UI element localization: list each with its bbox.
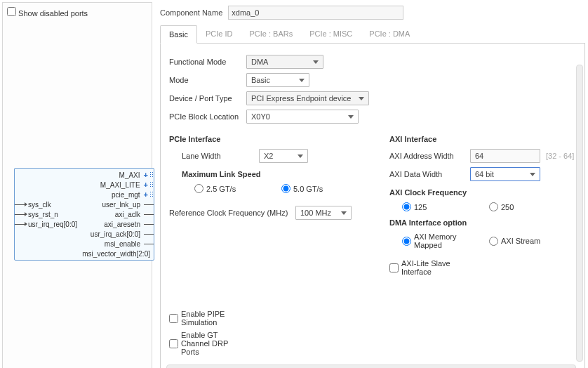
dma-mm-radio[interactable] [402, 237, 411, 246]
component-name-input[interactable] [228, 6, 403, 20]
port-axi-aclk: axi_aclk [113, 211, 142, 218]
show-disabled-ports-input[interactable] [7, 7, 16, 16]
tab-pcie-bars[interactable]: PCIe : BARs [241, 25, 301, 43]
port-usr-irq-ack: usr_irq_ack[0:0] [88, 230, 142, 238]
port-pcie-mgt: pcie_mgt [109, 191, 142, 199]
pin-in-icon [15, 204, 25, 205]
component-name-label: Component Name [160, 8, 222, 17]
bus-expand-icon[interactable]: + [144, 171, 148, 179]
pcie-block-location-value: X0Y0 [251, 112, 270, 121]
port-msi-vector-width: msi_vector_width[2:0] [80, 250, 152, 258]
device-port-type-select[interactable]: PCI Express Endpoint device [246, 91, 369, 105]
port-m-axi: M_AXI [117, 171, 142, 179]
pin-out-icon [144, 204, 154, 205]
dma-stream-radio[interactable] [489, 237, 498, 246]
pin-out-icon [144, 244, 154, 244]
functional-mode-select[interactable]: DMA [246, 55, 323, 69]
axi-addr-width-hint: [32 - 64] [546, 152, 574, 160]
clk-250-radio[interactable] [489, 202, 498, 211]
bus-pins-icon [149, 181, 154, 188]
horizontal-scrollbar[interactable] [166, 364, 576, 368]
port-usr-irq-req: usr_irq_req[0:0] [26, 221, 79, 228]
axi-clk-radios: 125 250 [402, 202, 576, 211]
device-port-type-label: Device / Port Type [169, 94, 246, 103]
chevron-down-icon [359, 97, 364, 100]
bus-pins-icon [149, 191, 154, 198]
refclk-value: 100 MHz [300, 209, 331, 217]
refclk-select[interactable]: 100 MHz [295, 206, 352, 220]
mode-label: Mode [169, 76, 246, 84]
pcie-interface-title: PCIe Interface [169, 135, 368, 143]
port-sys-rst-n: sys_rst_n [26, 211, 60, 218]
speed-2-5-radio[interactable] [194, 184, 203, 193]
chevron-down-icon [313, 60, 319, 64]
pcie-interface-section: PCIe Interface Lane Width X2 Maximum Lin… [169, 128, 368, 280]
tab-basic[interactable]: Basic [160, 25, 197, 44]
dma-interface-title: DMA Interface option [389, 218, 576, 227]
lane-width-value: X2 [264, 152, 273, 160]
pcie-block-location-select[interactable]: X0Y0 [246, 110, 359, 124]
speed-5-0-option[interactable]: 5.0 GT/s [281, 184, 359, 193]
chevron-down-icon [348, 115, 354, 119]
tab-pcie-misc[interactable]: PCIe : MISC [301, 25, 361, 43]
mode-value: Basic [251, 76, 270, 84]
bus-expand-icon[interactable]: + [144, 190, 148, 199]
axi-addr-width-select[interactable]: 64 [470, 149, 540, 163]
axilite-slave-input[interactable] [389, 263, 399, 272]
link-speed-radios: 2.5 GT/s 5.0 GT/s [194, 184, 368, 193]
dma-opt-radios: AXI Memory Mapped AXI Stream [402, 232, 576, 249]
chevron-down-icon [530, 173, 535, 176]
enable-pipe-sim-input[interactable] [169, 314, 178, 323]
bus-expand-icon[interactable]: + [144, 180, 148, 189]
axi-data-width-value: 64 bit [475, 170, 494, 178]
speed-5-0-radio[interactable] [281, 184, 290, 193]
tab-content-basic: Functional Mode DMA Mode Basic Device / … [161, 44, 584, 368]
clk-125-option[interactable]: 125 [402, 202, 479, 211]
show-disabled-ports-label: Show disabled ports [18, 9, 88, 18]
bus-pins-icon [149, 171, 154, 178]
vertical-scrollbar[interactable] [576, 65, 583, 362]
chevron-down-icon [341, 211, 347, 215]
axi-data-width-label: AXI Data Width [389, 170, 470, 178]
axi-addr-width-label: AXI Address Width [389, 152, 470, 160]
enable-gt-drp-input[interactable] [169, 339, 178, 348]
port-m-axi-lite: M_AXI_LITE [98, 181, 142, 189]
enable-pipe-sim-checkbox[interactable]: Enable PIPE Simulation [169, 310, 246, 327]
dma-mm-option[interactable]: AXI Memory Mapped [402, 232, 479, 249]
port-sys-clk: sys_clk [26, 201, 53, 209]
left-panel: Show disabled ports M_AXI+ M_AXI_LITE+ p… [2, 2, 152, 368]
ip-block-diagram: M_AXI+ M_AXI_LITE+ pcie_mgt+ sys_clk use… [14, 168, 154, 261]
port-axi-aresetn: axi_aresetn [102, 221, 142, 228]
axi-addr-width-value: 64 [475, 152, 483, 160]
pcie-block-location-label: PCIe Block Location [169, 112, 246, 121]
clk-125-radio[interactable] [402, 202, 411, 211]
clk-250-option[interactable]: 250 [489, 202, 566, 211]
pin-in-icon [15, 214, 25, 215]
axi-interface-section: AXI Interface AXI Address Width 64 [32 -… [389, 128, 576, 280]
axi-data-width-select[interactable]: 64 bit [470, 167, 540, 181]
tab-pcie-id[interactable]: PCIe ID [197, 25, 241, 43]
axilite-slave-checkbox[interactable]: AXI-Lite Slave Interface [389, 259, 467, 276]
speed-2-5-option[interactable]: 2.5 GT/s [194, 184, 272, 193]
pin-out-icon [144, 224, 154, 225]
max-link-speed-title: Maximum Link Speed [182, 170, 368, 178]
port-msi-enable: msi_enable [102, 240, 142, 248]
chevron-down-icon [299, 79, 305, 82]
dma-stream-option[interactable]: AXI Stream [489, 237, 566, 246]
device-port-type-value: PCI Express Endpoint device [251, 94, 351, 103]
functional-mode-label: Functional Mode [169, 58, 246, 66]
lane-width-label: Lane Width [182, 152, 259, 160]
mode-select[interactable]: Basic [246, 73, 309, 87]
pin-in-icon [15, 224, 25, 225]
functional-mode-value: DMA [251, 58, 268, 66]
enable-gt-drp-checkbox[interactable]: Enable GT Channel DRP Ports [169, 331, 246, 356]
axi-interface-title: AXI Interface [389, 135, 576, 143]
lane-width-select[interactable]: X2 [259, 149, 308, 163]
tab-bar: Basic PCIe ID PCIe : BARs PCIe : MISC PC… [160, 25, 585, 44]
ip-block: M_AXI+ M_AXI_LITE+ pcie_mgt+ sys_clk use… [14, 168, 154, 261]
chevron-down-icon [298, 155, 303, 158]
show-disabled-ports-checkbox[interactable]: Show disabled ports [7, 9, 88, 18]
port-user-lnk-up: user_lnk_up [100, 201, 142, 209]
right-panel: Component Name Basic PCIe ID PCIe : BARs… [154, 0, 588, 368]
tab-pcie-dma[interactable]: PCIe : DMA [361, 25, 418, 43]
